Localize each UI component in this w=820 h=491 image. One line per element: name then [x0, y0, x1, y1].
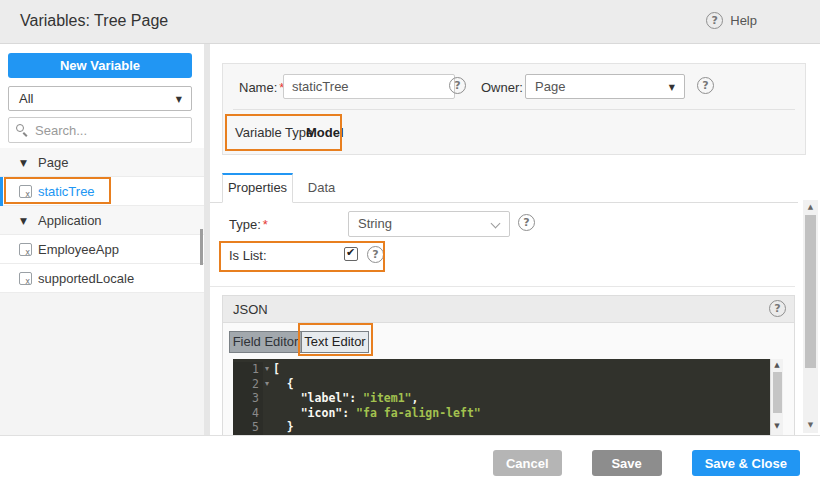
tree-item-label: staticTree: [38, 184, 95, 199]
tree-group-page[interactable]: ▼ Page: [0, 148, 204, 177]
sidebar-scrollbar[interactable]: [200, 229, 203, 265]
variable-type-label: Variable Type:: [235, 125, 317, 140]
scroll-up-icon[interactable]: ▲: [771, 361, 783, 369]
tab-data[interactable]: Data: [293, 173, 350, 203]
json-code-editor[interactable]: 1▾ [ 2▾ { 3 "label": "item1", 4 "icon": …: [233, 359, 783, 435]
editor-scroll-thumb[interactable]: [773, 372, 782, 413]
code-line: 1▾ [: [233, 362, 783, 377]
cancel-button[interactable]: Cancel: [493, 450, 562, 476]
scroll-down-icon[interactable]: ▼: [771, 422, 783, 430]
variables-tree: ▼ Page x staticTree ▼ Application x Empl…: [0, 148, 204, 293]
name-input[interactable]: [283, 74, 455, 99]
code-line: 4 "icon": "fa fa-align-left": [233, 406, 783, 421]
is-list-label: Is List:: [229, 248, 267, 263]
tree-item-statictree[interactable]: x staticTree: [0, 177, 204, 206]
detail-tab-bar: Properties Data: [210, 173, 798, 203]
json-help-icon[interactable]: ?: [769, 300, 786, 317]
scroll-down-icon[interactable]: ▼: [803, 421, 818, 429]
name-help-icon[interactable]: ?: [449, 77, 466, 94]
json-section: JSON ? Field Editor Text Editor 1▾ [ 2▾ …: [222, 295, 795, 435]
search-icon: [16, 124, 29, 137]
new-variable-button[interactable]: New Variable: [8, 53, 192, 78]
chevron-down-icon: [491, 219, 501, 229]
tree-item-supportedlocale[interactable]: x supportedLocale: [0, 264, 204, 293]
is-list-help-icon[interactable]: ?: [367, 246, 384, 263]
owner-label: Owner:*: [481, 80, 530, 95]
dialog-header: Variables: Tree Page ? Help: [0, 0, 820, 44]
search-input[interactable]: [35, 119, 185, 141]
dialog-footer: Cancel Save Save & Close: [0, 435, 820, 491]
dropdown-arrow-icon: ▼: [176, 87, 182, 110]
tree-group-application[interactable]: ▼ Application: [0, 206, 204, 235]
json-title: JSON: [233, 302, 268, 317]
tree-item-employeeapp[interactable]: x EmployeeApp: [0, 235, 204, 264]
text-editor-button[interactable]: Text Editor: [302, 331, 369, 353]
tab-properties[interactable]: Properties: [222, 173, 293, 203]
name-label: Name:*: [239, 80, 284, 95]
variable-icon: x: [19, 243, 32, 256]
checkmark-icon: ✔: [346, 246, 355, 259]
sidebar-filler: [0, 293, 204, 435]
required-marker: *: [263, 217, 268, 232]
tree-group-label: Application: [38, 213, 102, 228]
variable-icon: x: [19, 185, 32, 198]
save-button[interactable]: Save: [592, 450, 662, 476]
is-list-checkbox[interactable]: ✔: [344, 247, 358, 261]
tree-item-label: supportedLocale: [38, 271, 134, 286]
help-icon[interactable]: ?: [706, 12, 723, 29]
panel-scroll-thumb[interactable]: [805, 215, 816, 368]
owner-select[interactable]: Page ▼: [525, 74, 685, 99]
variable-detail-panel: Name:* ? Owner:* Page ▼ ? Variable Type:…: [210, 44, 820, 435]
help-label: Help: [730, 13, 757, 28]
owner-help-icon[interactable]: ?: [697, 77, 714, 94]
type-label: Type:*: [229, 217, 268, 232]
tree-item-label: EmployeeApp: [38, 242, 119, 257]
variable-type-value: Model: [306, 125, 344, 140]
fold-caret-icon[interactable]: ▾: [265, 362, 269, 377]
editor-scrollbar[interactable]: ▲ ▼: [770, 359, 783, 435]
selection-indicator: [0, 177, 3, 206]
save-and-close-button[interactable]: Save & Close: [692, 450, 800, 476]
variable-filter-select[interactable]: All ▼: [8, 86, 192, 111]
code-line: 5 }: [233, 420, 783, 435]
variable-icon: x: [19, 272, 32, 285]
collapse-caret-icon[interactable]: ▼: [20, 216, 27, 226]
json-section-header: JSON ?: [223, 296, 794, 323]
collapse-caret-icon[interactable]: ▼: [20, 158, 27, 168]
help-button[interactable]: ? Help: [706, 12, 757, 29]
fold-caret-icon[interactable]: ▾: [265, 377, 269, 392]
owner-value: Page: [535, 79, 565, 94]
search-box[interactable]: [8, 117, 192, 143]
tree-group-label: Page: [38, 155, 68, 170]
variables-sidebar: New Variable All ▼ ▼ Page x staticTree ▼…: [0, 44, 204, 435]
type-value: String: [358, 216, 392, 231]
properties-form: Type:* String ? Is List: ✔ ?: [210, 203, 795, 287]
panel-scrollbar[interactable]: ▲ ▼: [803, 200, 818, 433]
page-title: Variables: Tree Page: [20, 12, 168, 30]
type-select[interactable]: String: [348, 211, 510, 237]
field-editor-button[interactable]: Field Editor: [229, 331, 302, 353]
code-line: 3 "label": "item1",: [233, 391, 783, 406]
divider: [233, 109, 795, 110]
type-help-icon[interactable]: ?: [518, 214, 535, 231]
dropdown-arrow-icon: ▼: [669, 75, 675, 98]
scroll-up-icon[interactable]: ▲: [803, 203, 818, 211]
filter-value: All: [19, 91, 33, 106]
code-line: 2▾ {: [233, 377, 783, 392]
variable-summary-panel: Name:* ? Owner:* Page ▼ ? Variable Type:…: [222, 63, 806, 155]
